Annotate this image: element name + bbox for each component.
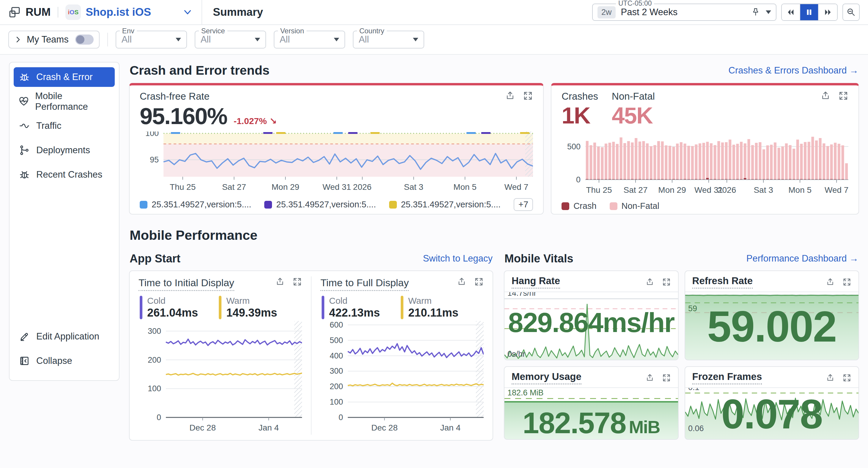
page-title: Summary (213, 6, 263, 19)
hang-rate-chart[interactable]: 14.7s/hr0s/hr 829.864ms/hr (504, 292, 678, 360)
country-filter-label: Country (357, 27, 387, 35)
svg-text:Wed 7: Wed 7 (825, 185, 848, 195)
export-icon[interactable] (820, 91, 831, 101)
performance-dashboard-link[interactable]: Performance Dashboard → (746, 253, 859, 264)
svg-text:0: 0 (576, 175, 581, 184)
step-forward-button[interactable] (819, 4, 837, 20)
crash-free-rate-delta: -1.027% ↘ (234, 116, 277, 126)
sidebar-item-edit-application[interactable]: Edit Application (14, 327, 115, 346)
chevron-down-icon (334, 38, 339, 41)
mobile-vitals-title: Mobile Vitals (504, 252, 574, 265)
export-icon[interactable] (457, 277, 466, 287)
svg-text:95: 95 (150, 155, 159, 164)
svg-text:0: 0 (157, 413, 161, 422)
legend-item[interactable]: 25.351.49527,version:5.... (389, 200, 501, 209)
traffic-wave-icon (19, 120, 30, 131)
chevron-down-icon (413, 38, 418, 41)
legend-swatch (140, 201, 148, 209)
svg-text:Mon 29: Mon 29 (658, 185, 686, 195)
expand-icon[interactable] (474, 277, 484, 287)
sidebar: Crash & Error Mobile Performance Traffic… (9, 62, 120, 381)
timezone-label: UTC-05:00 (616, 0, 654, 7)
svg-text:Mon 5: Mon 5 (788, 185, 811, 195)
ttid-chart[interactable]: 0100200300Dec 28Jan 4 (138, 321, 302, 437)
timeframe-controls (781, 4, 838, 21)
legend-item[interactable]: 25.351.49527,version:5.... (264, 200, 376, 209)
step-back-button[interactable] (782, 4, 800, 20)
sidebar-item-traffic[interactable]: Traffic (14, 116, 115, 136)
svg-text:100: 100 (148, 384, 161, 393)
expand-icon[interactable] (842, 373, 851, 382)
warm-color-bar (401, 296, 403, 319)
export-icon[interactable] (505, 91, 515, 101)
crashes-chart[interactable]: 0500Thu 25Sat 27Mon 29Wed 312026Sat 3Mon… (561, 133, 848, 198)
zoom-out-button[interactable] (842, 4, 860, 21)
switch-to-legacy-link[interactable]: Switch to Legacy (423, 253, 493, 264)
svg-text:Jan 4: Jan 4 (440, 423, 461, 432)
country-filter-value: All (359, 34, 369, 45)
refresh-rate-card: Refresh Rate 59.959 59.00 (685, 270, 859, 360)
application-selector[interactable]: iOS Shop.ist iOS (65, 4, 193, 20)
ttid-warm-stat: Warm 149.39ms (219, 296, 277, 319)
time-dropdown-caret[interactable] (766, 10, 771, 14)
crashes-errors-dashboard-link[interactable]: Crashes & Errors Dashboard → (728, 65, 859, 76)
legend-item[interactable]: Non-Fatal (610, 201, 659, 211)
sidebar-item-crash-error[interactable]: Crash & Error (14, 67, 115, 87)
sidebar-item-label: Crash & Error (36, 72, 92, 82)
ttfd-chart[interactable]: 0100200300400500600Dec 28Jan 4 (320, 321, 484, 437)
svg-text:300: 300 (148, 327, 161, 335)
my-teams-filter[interactable]: My Teams (8, 31, 100, 49)
svg-text:Sat 3: Sat 3 (404, 182, 423, 192)
country-filter-select[interactable]: Country All (353, 31, 424, 49)
export-icon[interactable] (826, 373, 835, 382)
memory-usage-chart[interactable]: 182.6 MiB 182.578 MiB (504, 388, 678, 440)
legend-more-badge[interactable]: +7 (514, 198, 533, 211)
export-icon[interactable] (645, 277, 654, 287)
refresh-rate-chart[interactable]: 59.959 59.002 (685, 292, 859, 360)
frozen-frames-chart[interactable]: 0.10.06 0.078 (685, 388, 859, 440)
heart-pulse-icon (19, 96, 29, 107)
pin-icon[interactable] (751, 7, 761, 17)
time-range-picker[interactable]: UTC-05:00 2w Past 2 Weeks (592, 4, 776, 21)
sidebar-item-recent-crashes[interactable]: Recent Crashes (14, 165, 115, 184)
export-icon[interactable] (275, 277, 285, 287)
svg-text:Wed 31: Wed 31 (322, 182, 351, 192)
sidebar-item-label: Traffic (36, 120, 61, 131)
svg-text:200: 200 (330, 382, 343, 391)
pause-button[interactable] (800, 4, 819, 20)
svg-text:400: 400 (330, 351, 343, 360)
expand-icon[interactable] (662, 277, 671, 287)
sidebar-item-collapse[interactable]: Collapse (14, 351, 115, 371)
git-branch-icon (19, 145, 30, 155)
top-bar: RUM iOS Shop.ist iOS Summary UTC-05:00 2… (0, 0, 868, 25)
chevron-right-icon (14, 36, 22, 43)
sidebar-item-label: Edit Application (36, 331, 99, 342)
crash-free-rate-chart[interactable]: 10095Thu 25Sat 27Mon 29Wed 312026Sat 3Mo… (140, 131, 533, 195)
version-filter-value: All (280, 34, 290, 45)
rum-brand: RUM (8, 6, 51, 19)
expand-icon[interactable] (842, 277, 851, 287)
hang-rate-title: Hang Rate (512, 275, 560, 289)
version-filter-select[interactable]: Version All (274, 31, 345, 49)
my-teams-toggle[interactable] (75, 34, 94, 45)
sidebar-item-deployments[interactable]: Deployments (14, 140, 115, 160)
service-filter-select[interactable]: Service All (195, 31, 266, 49)
env-filter-select[interactable]: Env All (116, 31, 187, 49)
legend-item[interactable]: Crash (561, 201, 596, 211)
expand-icon[interactable] (523, 91, 533, 101)
svg-text:Sat 27: Sat 27 (222, 182, 246, 192)
frozen-frames-card: Frozen Frames 0.10.06 0.0 (685, 366, 859, 440)
svg-text:0: 0 (339, 413, 343, 422)
hang-rate-card: Hang Rate 14.7s/hr0s/hr 8 (504, 270, 679, 360)
sidebar-item-mobile-performance[interactable]: Mobile Performance (14, 92, 115, 111)
svg-text:14.7s/hr: 14.7s/hr (507, 292, 536, 297)
export-icon[interactable] (826, 277, 835, 287)
expand-icon[interactable] (662, 373, 671, 382)
crash-free-rate-card: Crash-free Rate 95.160% -1.027% ↘ 10095T… (129, 83, 544, 214)
app-start-title: App Start (130, 252, 180, 265)
bug-icon (19, 72, 30, 82)
expand-icon[interactable] (838, 91, 848, 101)
export-icon[interactable] (645, 373, 654, 382)
legend-item[interactable]: 25.351.49527,version:5.... (140, 200, 251, 209)
expand-icon[interactable] (292, 277, 302, 287)
